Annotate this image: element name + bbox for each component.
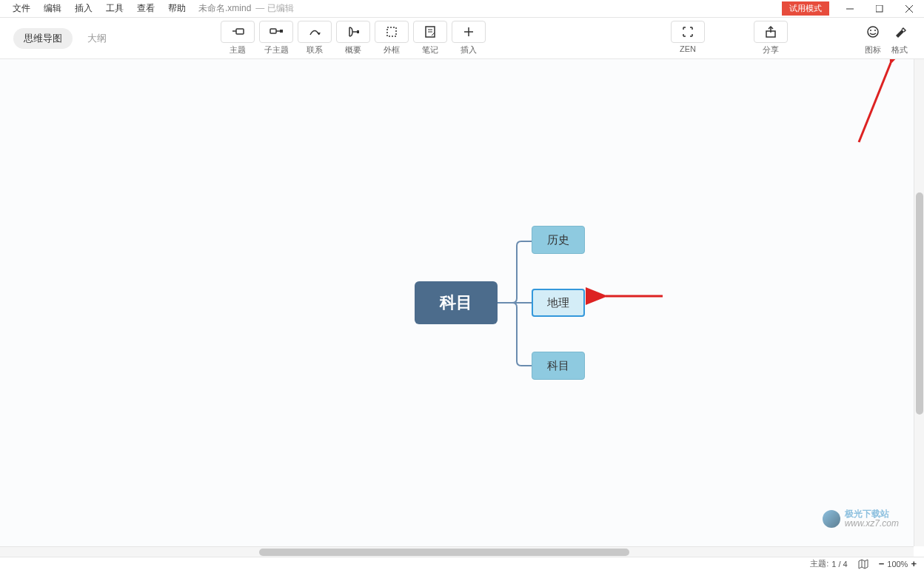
svg-rect-1 (876, 5, 883, 12)
tab-mindmap[interactable]: 思维导图 (13, 28, 73, 49)
menu-edit[interactable]: 编辑 (37, 0, 68, 17)
status-topic-count: 主题: 1 / 4 (810, 558, 847, 569)
tool-subtopic[interactable]: 子主题 (259, 21, 293, 56)
tool-share[interactable]: 分享 (754, 21, 788, 56)
svg-line-25 (859, 63, 891, 142)
statusbar: 主题: 1 / 4 − 100% + (0, 557, 924, 570)
tool-insert[interactable]: 插入 (452, 21, 486, 56)
subtopic-icon (270, 25, 283, 38)
canvas[interactable]: 科目 历史 地理 科目 极光下载站 www.xz7.com (0, 59, 914, 546)
tool-relation-label: 联系 (307, 44, 323, 56)
tool-boundary-label: 外框 (384, 44, 400, 56)
annotation-arrow-2 (855, 59, 900, 149)
trial-mode-badge[interactable]: 试用模式 (782, 1, 829, 16)
tool-summary-label: 概要 (345, 44, 361, 56)
svg-rect-11 (387, 27, 396, 36)
menu-insert[interactable]: 插入 (68, 0, 99, 17)
svg-rect-4 (236, 29, 244, 34)
minimize-icon (846, 5, 854, 13)
close-icon (905, 5, 913, 13)
tool-note-label: 笔记 (422, 44, 438, 56)
svg-rect-8 (280, 30, 283, 33)
tool-subtopic-label: 子主题 (264, 44, 289, 56)
maximize-button[interactable] (865, 0, 894, 18)
format-icon (893, 25, 906, 38)
view-tabs: 思维导图 大纲 (13, 28, 117, 49)
svg-point-19 (868, 27, 878, 37)
close-button[interactable] (894, 0, 924, 18)
tool-boundary[interactable]: 外框 (375, 21, 409, 56)
subtopic-1[interactable]: 历史 (532, 226, 585, 254)
watermark: 极光下载站 www.xz7.com (823, 509, 899, 529)
document-status: — 已编辑 (255, 2, 293, 15)
connectors (498, 237, 535, 370)
tool-format-label: 格式 (891, 44, 908, 56)
insert-icon (462, 25, 475, 38)
watermark-line1: 极光下载站 (845, 509, 899, 519)
svg-point-20 (870, 30, 871, 31)
subtopic-3[interactable]: 科目 (532, 352, 585, 380)
horizontal-scrollbar[interactable] (0, 546, 914, 557)
zoom-controls: − 100% + (879, 558, 917, 569)
menu-view[interactable]: 查看 (130, 0, 161, 17)
horizontal-scrollbar-thumb[interactable] (259, 549, 629, 556)
tool-icons[interactable]: 图标 (862, 21, 884, 56)
status-topic-value: 1 / 4 (831, 560, 847, 569)
zen-icon (681, 25, 694, 38)
smiley-icon (866, 25, 880, 38)
document-title: 未命名.xmind — 已编辑 (198, 2, 294, 15)
menu-tools[interactable]: 工具 (99, 0, 130, 17)
tool-zen[interactable]: ZEN (671, 21, 705, 56)
watermark-line2: www.xz7.com (845, 519, 899, 529)
tool-note[interactable]: 笔记 (413, 21, 447, 56)
tool-zen-label: ZEN (680, 44, 696, 53)
watermark-logo-icon (823, 510, 840, 528)
share-icon (764, 25, 777, 38)
menu-file[interactable]: 文件 (6, 0, 37, 17)
map-icon (858, 559, 868, 569)
note-icon (424, 25, 437, 38)
tool-share-label: 分享 (763, 44, 779, 56)
svg-point-21 (874, 30, 876, 31)
zoom-out-button[interactable]: − (879, 558, 885, 569)
menu-bar: 文件 编辑 插入 工具 查看 帮助 (0, 0, 192, 17)
maximize-icon (876, 5, 883, 13)
tab-outline[interactable]: 大纲 (77, 28, 117, 49)
subtopic-2[interactable]: 地理 (532, 289, 585, 317)
vertical-scrollbar[interactable] (914, 59, 924, 546)
zoom-in-button[interactable]: + (911, 558, 917, 569)
zoom-level: 100% (887, 560, 908, 569)
topic-icon (231, 25, 244, 38)
tool-group-right: ZEN 分享 (671, 21, 788, 56)
annotation-arrow-1 (600, 289, 666, 306)
boundary-icon (385, 25, 398, 38)
tool-group-main: 主题 子主题 联系 概要 外框 笔记 插入 (221, 21, 486, 56)
tool-topic[interactable]: 主题 (221, 21, 255, 56)
toolbar: 思维导图 大纲 主题 子主题 联系 概要 外框 笔记 插入 (0, 18, 924, 59)
tool-format[interactable]: 格式 (888, 21, 911, 56)
tool-icons-label: 图标 (865, 44, 881, 56)
status-map-icon[interactable] (858, 559, 868, 569)
status-topic-label: 主题: (810, 558, 828, 569)
relation-icon (308, 25, 321, 38)
svg-rect-10 (357, 30, 359, 33)
menu-help[interactable]: 帮助 (161, 0, 192, 17)
svg-rect-6 (270, 29, 276, 33)
tool-group-format: 图标 格式 (862, 21, 911, 56)
document-name: 未命名.xmind (198, 2, 251, 15)
central-topic[interactable]: 科目 (415, 281, 498, 324)
vertical-scrollbar-thumb[interactable] (916, 192, 923, 415)
tool-insert-label: 插入 (461, 44, 477, 56)
summary-icon (346, 25, 360, 38)
tool-summary[interactable]: 概要 (336, 21, 370, 56)
minimize-button[interactable] (835, 0, 865, 18)
tool-relation[interactable]: 联系 (298, 21, 332, 56)
titlebar: 文件 编辑 插入 工具 查看 帮助 未命名.xmind — 已编辑 试用模式 (0, 0, 924, 18)
tool-topic-label: 主题 (230, 44, 246, 56)
